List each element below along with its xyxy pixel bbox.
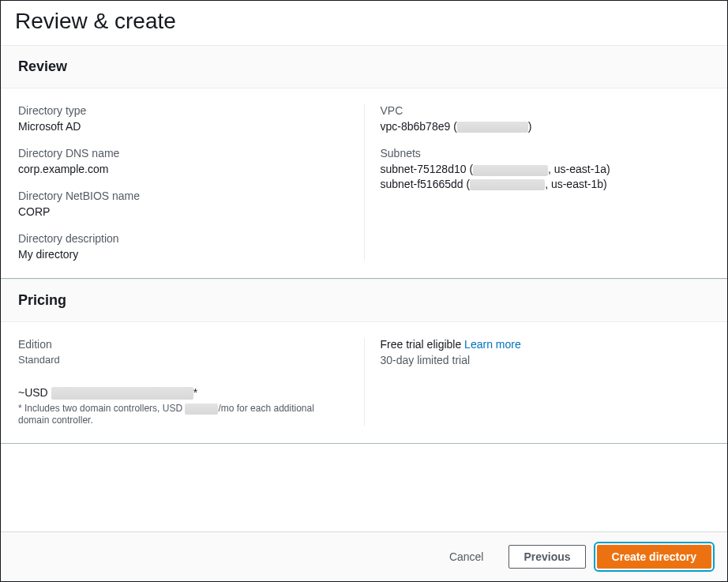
vpc-value: vpc-8b6b78e9 (): [381, 120, 711, 133]
pricing-right-column: Free trial eligible Learn more 30-day li…: [365, 338, 711, 426]
pricing-left-column: Edition Standard ~USD * * Includes two d…: [18, 338, 365, 426]
price-row: ~USD *: [18, 386, 348, 400]
vpc-value-suffix: ): [528, 120, 532, 133]
create-directory-button[interactable]: Create directory: [597, 545, 711, 569]
pricing-section-header: Pricing: [1, 280, 727, 321]
price-prefix: ~USD: [18, 386, 51, 399]
description-value: My directory: [18, 248, 348, 261]
vpc-label: VPC: [381, 104, 711, 117]
subnet-row-2: subnet-f51665dd (, us-east-1b): [381, 178, 711, 190]
price-suffix: *: [193, 386, 197, 399]
subnet2-prefix: subnet-f51665dd (: [381, 178, 471, 190]
netbios-name-value: CORP: [18, 205, 348, 218]
price-footnote: * Includes two domain controllers, USD /…: [18, 403, 318, 426]
dns-name-field: Directory DNS name corp.example.com: [18, 147, 348, 175]
free-trial-sub: 30-day limited trial: [381, 354, 711, 366]
netbios-name-field: Directory NetBIOS name CORP: [18, 190, 348, 218]
subnet2-redacted: [470, 179, 545, 190]
edition-value: Standard: [18, 354, 348, 366]
subnet1-suffix: , us-east-1a): [548, 163, 610, 175]
subnets-field: Subnets subnet-75128d10 (, us-east-1a) s…: [381, 147, 711, 190]
page-title: Review & create: [1, 1, 727, 45]
button-bar: Cancel Previous Create directory: [1, 531, 727, 581]
price-redacted: [51, 387, 193, 400]
edition-field: Edition Standard: [18, 338, 348, 366]
free-trial-label: Free trial eligible: [381, 338, 465, 351]
vpc-redacted: [457, 122, 528, 133]
directory-type-value: Microsoft AD: [18, 120, 348, 133]
vpc-field: VPC vpc-8b6b78e9 (): [381, 104, 711, 133]
subnets-values: subnet-75128d10 (, us-east-1a) subnet-f5…: [381, 163, 711, 190]
review-left-column: Directory type Microsoft AD Directory DN…: [18, 104, 365, 261]
netbios-name-label: Directory NetBIOS name: [18, 190, 348, 202]
footnote-redacted: [185, 404, 218, 415]
review-section-header: Review: [1, 46, 727, 88]
edition-label: Edition: [18, 338, 348, 351]
review-section-body: Directory type Microsoft AD Directory DN…: [1, 88, 727, 279]
dns-name-label: Directory DNS name: [18, 147, 348, 160]
subnet2-suffix: , us-east-1b): [545, 178, 607, 190]
previous-button[interactable]: Previous: [508, 545, 585, 569]
subnet1-redacted: [473, 165, 548, 176]
subnets-label: Subnets: [381, 147, 711, 160]
review-section: Review Directory type Microsoft AD Direc…: [1, 45, 727, 279]
cancel-button[interactable]: Cancel: [435, 546, 498, 568]
pricing-section-body: Edition Standard ~USD * * Includes two d…: [1, 321, 727, 444]
subnet-row-1: subnet-75128d10 (, us-east-1a): [381, 163, 711, 175]
description-field: Directory description My directory: [18, 232, 348, 261]
pricing-section: Pricing Edition Standard ~USD * * Includ…: [1, 279, 727, 444]
free-trial-row: Free trial eligible Learn more: [381, 338, 711, 351]
learn-more-link[interactable]: Learn more: [464, 338, 521, 351]
directory-type-label: Directory type: [18, 104, 348, 117]
vpc-value-prefix: vpc-8b6b78e9 (: [381, 120, 457, 133]
subnet1-prefix: subnet-75128d10 (: [381, 163, 474, 175]
dns-name-value: corp.example.com: [18, 163, 348, 175]
review-create-page: Review & create Review Directory type Mi…: [0, 0, 728, 582]
review-right-column: VPC vpc-8b6b78e9 () Subnets subnet-75128…: [365, 104, 711, 261]
directory-type-field: Directory type Microsoft AD: [18, 104, 348, 133]
footnote-prefix: * Includes two domain controllers, USD: [18, 403, 185, 414]
description-label: Directory description: [18, 232, 348, 245]
